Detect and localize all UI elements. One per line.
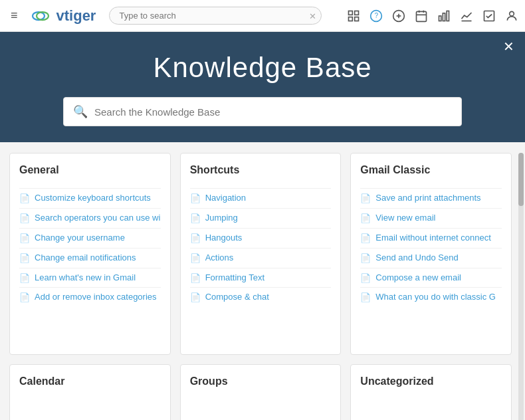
card-title-calendar: Calendar: [19, 375, 161, 387]
tasks-icon[interactable]: [482, 9, 496, 23]
list-item-text: Hangouts: [205, 233, 243, 244]
card-uncategorized: Uncategorized: [350, 364, 512, 420]
document-icon: 📄: [19, 213, 30, 223]
svg-rect-17: [447, 11, 449, 21]
kb-search-box: 🔍: [63, 97, 462, 126]
document-icon: 📄: [19, 273, 30, 283]
list-item-text: Compose & chat: [205, 292, 269, 303]
list-item-text: Navigation: [205, 193, 246, 204]
calendar-icon[interactable]: [415, 9, 428, 23]
document-icon: 📄: [360, 292, 371, 302]
hamburger-menu-icon[interactable]: ≡: [7, 6, 22, 25]
list-item[interactable]: 📄View new email: [360, 208, 502, 228]
list-item[interactable]: 📄Email without internet connect: [360, 228, 502, 248]
list-item[interactable]: 📄Send and Undo Send: [360, 248, 502, 268]
document-icon: 📄: [190, 292, 201, 302]
svg-rect-4: [349, 17, 353, 21]
add-icon[interactable]: [392, 9, 405, 23]
help-icon[interactable]: ?: [369, 9, 383, 23]
list-item-text: View new email: [375, 213, 435, 224]
document-icon: 📄: [19, 292, 30, 302]
top-navigation: ≡ vtiger ✕ ?: [0, 0, 525, 32]
line-chart-icon[interactable]: [460, 9, 473, 23]
list-item[interactable]: 📄Change your username: [19, 228, 161, 248]
knowledge-base-panel: ✕ Knowledge Base 🔍: [0, 32, 525, 142]
list-item-text: Jumping: [205, 213, 238, 224]
profile-icon[interactable]: [505, 9, 518, 23]
list-item[interactable]: 📄Save and print attachments: [360, 188, 502, 208]
svg-text:?: ?: [375, 12, 379, 19]
list-item[interactable]: 📄Customize keyboard shortcuts: [19, 188, 161, 208]
list-item[interactable]: 📄Compose & chat: [190, 287, 332, 307]
document-icon: 📄: [360, 253, 371, 263]
search-clear-icon[interactable]: ✕: [309, 11, 316, 21]
card-general: General📄Customize keyboard shortcuts📄Sea…: [9, 153, 171, 355]
svg-rect-11: [417, 11, 427, 21]
document-icon: 📄: [190, 213, 201, 223]
document-icon: 📄: [19, 253, 30, 263]
list-item-text: Search operators you can use wi: [35, 213, 160, 224]
list-item-text: Learn what's new in Gmail: [35, 272, 136, 284]
nav-search-input[interactable]: [109, 7, 322, 25]
scrollbar-track[interactable]: [518, 153, 524, 420]
list-item[interactable]: 📄Hangouts: [190, 228, 332, 248]
card-groups: Groups: [180, 364, 342, 420]
card-title-general: General: [19, 164, 161, 180]
list-item[interactable]: 📄Compose a new email: [360, 268, 502, 288]
document-icon: 📄: [360, 193, 371, 203]
logo-text: vtiger: [56, 7, 96, 25]
scrollbar-thumb[interactable]: [518, 153, 524, 206]
list-item[interactable]: 📄Change email notifications: [19, 248, 161, 268]
document-icon: 📄: [190, 233, 201, 243]
list-item[interactable]: 📄Formatting Text: [190, 268, 332, 288]
card-title-groups: Groups: [190, 375, 332, 387]
card-title-shortcuts: Shortcuts: [190, 164, 332, 180]
list-item[interactable]: 📄Jumping: [190, 208, 332, 228]
list-item-text: Add or remove inbox categories: [35, 292, 157, 303]
list-item-text: Formatting Text: [205, 272, 264, 284]
nav-icon-group: ?: [347, 9, 518, 23]
extensions-icon[interactable]: [347, 9, 360, 23]
list-item-text: What can you do with classic G: [375, 292, 496, 303]
nav-search-container: ✕: [109, 7, 322, 25]
list-item-text: Email without internet connect: [375, 233, 490, 244]
list-item[interactable]: 📄Search operators you can use wi: [19, 208, 161, 228]
list-item-text: Compose a new email: [375, 272, 461, 284]
card-calendar: Calendar: [9, 364, 171, 420]
svg-rect-15: [439, 16, 441, 21]
document-icon: 📄: [360, 233, 371, 243]
kb-search-input[interactable]: [94, 106, 452, 118]
close-icon[interactable]: ✕: [503, 40, 514, 53]
list-item-text: Change your username: [35, 233, 125, 244]
document-icon: 📄: [190, 253, 201, 263]
list-item-text: Save and print attachments: [375, 193, 480, 204]
list-item[interactable]: 📄Add or remove inbox categories: [19, 287, 161, 307]
document-icon: 📄: [190, 273, 201, 283]
card-gmail-classic: Gmail Classic📄Save and print attachments…: [350, 153, 512, 355]
logo: vtiger: [29, 7, 96, 25]
list-item-text: Change email notifications: [35, 253, 136, 264]
svg-point-20: [510, 11, 514, 16]
list-item-text: Actions: [205, 253, 234, 264]
svg-rect-5: [355, 17, 359, 21]
svg-rect-2: [349, 11, 353, 15]
list-item[interactable]: 📄Navigation: [190, 188, 332, 208]
document-icon: 📄: [190, 193, 201, 203]
svg-rect-3: [355, 11, 359, 15]
list-item[interactable]: 📄Actions: [190, 248, 332, 268]
kb-search-icon: 🔍: [73, 104, 88, 119]
document-icon: 📄: [19, 233, 30, 243]
bar-chart-icon[interactable]: [437, 9, 451, 23]
vtiger-logo-icon: [29, 8, 52, 24]
card-shortcuts: Shortcuts📄Navigation📄Jumping📄Hangouts📄Ac…: [180, 153, 342, 355]
svg-rect-16: [443, 13, 445, 21]
card-title-uncategorized: Uncategorized: [360, 375, 502, 387]
kb-title: Knowledge Base: [13, 52, 512, 84]
document-icon: 📄: [19, 193, 30, 203]
list-item-text: Send and Undo Send: [375, 253, 458, 264]
list-item[interactable]: 📄What can you do with classic G: [360, 287, 502, 307]
card-title-gmail-classic: Gmail Classic: [360, 164, 502, 180]
content-area: General📄Customize keyboard shortcuts📄Sea…: [0, 142, 525, 420]
list-item[interactable]: 📄Learn what's new in Gmail: [19, 268, 161, 288]
cards-grid: General📄Customize keyboard shortcuts📄Sea…: [9, 153, 516, 420]
